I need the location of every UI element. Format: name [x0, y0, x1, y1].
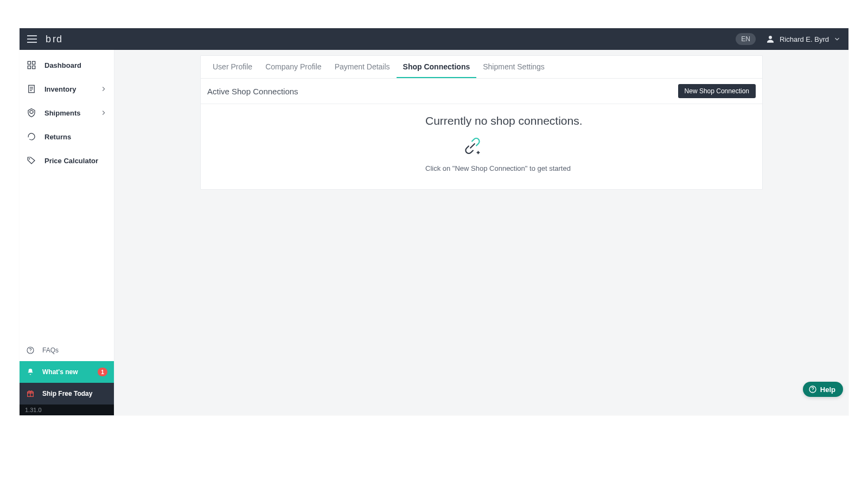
sidebar-item-label: Dashboard: [44, 61, 107, 69]
empty-state-subtitle: Click on "New Shop Connection" to get st…: [425, 164, 740, 174]
sidebar-item-shipments[interactable]: Shipments: [20, 101, 114, 125]
menu-toggle-button[interactable]: [27, 33, 39, 45]
notification-badge: 1: [98, 368, 107, 376]
svg-point-18: [812, 391, 813, 391]
returns-icon: [26, 131, 37, 142]
chevron-right-icon: [100, 109, 107, 117]
user-menu[interactable]: Richard E. Byrd: [765, 34, 841, 44]
dashboard-icon: [26, 60, 37, 70]
chevron-right-icon: [100, 85, 107, 93]
app-version: 1.31.0: [20, 404, 114, 415]
link-plus-icon: [462, 136, 740, 158]
app-header: b rd EN Richard E. Byrd: [20, 28, 848, 50]
user-name: Richard E. Byrd: [780, 35, 829, 43]
new-shop-connection-button[interactable]: New Shop Connection: [678, 84, 756, 98]
svg-rect-1: [28, 61, 30, 64]
settings-card: User Profile Company Profile Payment Det…: [200, 55, 763, 190]
sidebar-item-label: Ship Free Today: [42, 390, 92, 397]
inventory-icon: [26, 84, 37, 94]
sidebar-item-label: Inventory: [44, 85, 92, 93]
tab-user-profile[interactable]: User Profile: [206, 56, 259, 78]
brand-logo[interactable]: b rd: [46, 34, 62, 45]
svg-rect-2: [33, 61, 35, 64]
help-icon: [808, 385, 817, 394]
help-label: Help: [820, 386, 835, 394]
sidebar-item-label: What's new: [42, 368, 78, 376]
sidebar-faqs[interactable]: FAQs: [20, 339, 114, 361]
tab-shipment-settings[interactable]: Shipment Settings: [476, 56, 551, 78]
sidebar-item-returns[interactable]: Returns: [20, 125, 114, 149]
language-selector[interactable]: EN: [736, 33, 756, 45]
main-content: User Profile Company Profile Payment Det…: [114, 50, 848, 415]
logo-letter: rd: [53, 34, 62, 45]
sidebar-item-price-calculator[interactable]: Price Calculator: [20, 149, 114, 172]
empty-state-title: Currently no shop connections.: [425, 114, 740, 128]
sidebar-whats-new[interactable]: What's new 1: [20, 361, 114, 383]
person-icon: [765, 34, 775, 44]
bell-icon: [26, 368, 35, 376]
svg-point-0: [769, 36, 772, 39]
tab-company-profile[interactable]: Company Profile: [259, 56, 328, 78]
sidebar-item-label: Price Calculator: [44, 157, 107, 165]
chevron-down-icon: [833, 35, 841, 43]
sidebar: Dashboard Inventory Shipments: [20, 50, 114, 415]
sidebar-item-label: Shipments: [44, 109, 92, 117]
shipments-icon: [26, 107, 37, 118]
settings-tabs: User Profile Company Profile Payment Det…: [201, 56, 762, 79]
sidebar-item-label: FAQs: [42, 346, 59, 354]
svg-point-9: [29, 158, 30, 159]
tab-payment-details[interactable]: Payment Details: [328, 56, 397, 78]
svg-point-11: [30, 352, 30, 352]
question-icon: [26, 346, 35, 355]
sidebar-item-inventory[interactable]: Inventory: [20, 77, 114, 101]
tab-shop-connections[interactable]: Shop Connections: [397, 56, 477, 78]
section-title: Active Shop Connections: [207, 87, 298, 96]
gift-icon: [26, 389, 35, 398]
price-tag-icon: [26, 155, 37, 166]
sidebar-item-label: Returns: [44, 133, 107, 141]
sidebar-ship-free[interactable]: Ship Free Today: [20, 383, 114, 404]
svg-rect-4: [33, 66, 35, 69]
empty-state: Currently no shop connections. Click on …: [201, 104, 762, 189]
sidebar-item-dashboard[interactable]: Dashboard: [20, 53, 114, 77]
logo-letter: b: [46, 34, 52, 45]
svg-rect-3: [28, 66, 30, 69]
help-button[interactable]: Help: [803, 382, 843, 397]
